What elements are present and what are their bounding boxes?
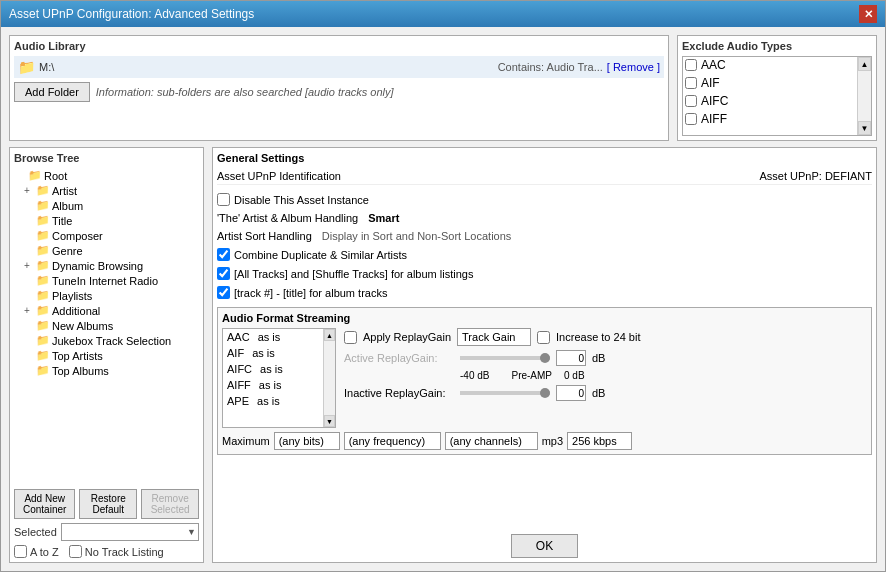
- top-albums-folder-icon: 📁: [36, 364, 50, 377]
- af-codec-aifc: AIFC: [227, 363, 252, 375]
- artist-sort-value: Display in Sort and Non-Sort Locations: [322, 230, 512, 242]
- all-tracks-label: [All Tracks] and [Shuffle Tracks] for al…: [234, 268, 473, 280]
- artist-sort-label: Artist Sort Handling: [217, 230, 312, 242]
- tree-label-root: Root: [44, 170, 67, 182]
- disable-label: Disable This Asset Instance: [234, 194, 369, 206]
- audio-format-title: Audio Format Streaming: [222, 312, 867, 324]
- af-item-ape[interactable]: APE as is: [223, 393, 323, 409]
- tree-item-playlists[interactable]: 📁 Playlists: [14, 288, 199, 303]
- active-replaygain-input[interactable]: [556, 350, 586, 366]
- the-artist-label: 'The' Artist & Album Handling: [217, 212, 358, 224]
- exclude-scrollbar[interactable]: ▲ ▼: [857, 57, 871, 135]
- tree-item-new-albums[interactable]: 📁 New Albums: [14, 318, 199, 333]
- disable-row: Disable This Asset Instance: [217, 191, 872, 208]
- bottom-section: Browse Tree 📁 Root + 📁 Artist: [9, 147, 877, 563]
- tree-label-album: Album: [52, 200, 83, 212]
- tree-item-album[interactable]: 📁 Album: [14, 198, 199, 213]
- tree-container[interactable]: 📁 Root + 📁 Artist 📁 Album: [14, 168, 199, 485]
- remove-link[interactable]: [ Remove ]: [607, 61, 660, 73]
- af-codec-aac: AAC: [227, 331, 250, 343]
- tree-item-root[interactable]: 📁 Root: [14, 168, 199, 183]
- ok-button[interactable]: OK: [511, 534, 578, 558]
- new-albums-folder-icon: 📁: [36, 319, 50, 332]
- no-track-text: No Track Listing: [85, 546, 164, 558]
- tree-item-top-artists[interactable]: 📁 Top Artists: [14, 348, 199, 363]
- info-text: Information: sub-folders are also search…: [96, 86, 394, 98]
- add-container-button[interactable]: Add New Container: [14, 489, 75, 519]
- inactive-replaygain-input[interactable]: [556, 385, 586, 401]
- no-track-label[interactable]: No Track Listing: [69, 545, 164, 558]
- restore-default-button[interactable]: Restore Default: [79, 489, 137, 519]
- exclude-checkbox-aac[interactable]: [685, 59, 697, 71]
- selected-input[interactable]: [61, 523, 199, 541]
- active-replaygain-label: Active ReplayGain:: [344, 352, 454, 364]
- tree-item-jukebox[interactable]: 📁 Jukebox Track Selection: [14, 333, 199, 348]
- af-codec-aif: AIF: [227, 347, 244, 359]
- composer-folder-icon: 📁: [36, 229, 50, 242]
- af-mode-aifc: as is: [260, 363, 283, 375]
- track-num-checkbox[interactable]: [217, 286, 230, 299]
- tree-item-composer[interactable]: 📁 Composer: [14, 228, 199, 243]
- af-item-aif[interactable]: AIF as is: [223, 345, 323, 361]
- main-window: Asset UPnP Configuration: Advanced Setti…: [0, 0, 886, 572]
- no-track-checkbox[interactable]: [69, 545, 82, 558]
- max-bits-select[interactable]: (any bits): [274, 432, 340, 450]
- all-tracks-checkbox[interactable]: [217, 267, 230, 280]
- exclude-label-aac: AAC: [701, 58, 726, 72]
- af-codec-aiff: AIFF: [227, 379, 251, 391]
- tree-item-genre[interactable]: 📁 Genre: [14, 243, 199, 258]
- exclude-checkbox-aiff[interactable]: [685, 113, 697, 125]
- identification-label: Asset UPnP Identification: [217, 170, 341, 182]
- combine-label: Combine Duplicate & Similar Artists: [234, 249, 407, 261]
- a-to-z-checkbox[interactable]: [14, 545, 27, 558]
- active-replaygain-slider[interactable]: [460, 356, 550, 360]
- close-button[interactable]: ✕: [859, 5, 877, 23]
- af-content: AAC as is AIF as is AIFC: [222, 328, 867, 428]
- tree-label-composer: Composer: [52, 230, 103, 242]
- tree-item-top-albums[interactable]: 📁 Top Albums: [14, 363, 199, 378]
- tree-label-artist: Artist: [52, 185, 77, 197]
- af-item-aifc[interactable]: AIFC as is: [223, 361, 323, 377]
- increase-24bit-checkbox[interactable]: [537, 331, 550, 344]
- combine-row: Combine Duplicate & Similar Artists: [217, 246, 872, 263]
- exclude-checkbox-aifc[interactable]: [685, 95, 697, 107]
- af-controls: Apply ReplayGain Track Gain Increase to …: [344, 328, 867, 428]
- max-channels-select[interactable]: (any channels): [445, 432, 538, 450]
- af-codec-list[interactable]: AAC as is AIF as is AIFC: [223, 329, 323, 427]
- exclude-label-aifc: AIFC: [701, 94, 728, 108]
- scroll-up-arrow[interactable]: ▲: [858, 57, 871, 71]
- af-scroll-up[interactable]: ▲: [324, 329, 335, 341]
- af-mode-ape: as is: [257, 395, 280, 407]
- combine-checkbox[interactable]: [217, 248, 230, 261]
- audio-format-section: Audio Format Streaming AAC as is: [217, 307, 872, 455]
- tree-item-dynamic[interactable]: + 📁 Dynamic Browsing: [14, 258, 199, 273]
- general-settings-panel: General Settings Asset UPnP Identificati…: [212, 147, 877, 563]
- tree-label-new-albums: New Albums: [52, 320, 113, 332]
- add-folder-button[interactable]: Add Folder: [14, 82, 90, 102]
- af-item-aiff[interactable]: AIFF as is: [223, 377, 323, 393]
- tree-item-artist[interactable]: + 📁 Artist: [14, 183, 199, 198]
- disable-checkbox[interactable]: [217, 193, 230, 206]
- af-scroll-down[interactable]: ▼: [324, 415, 335, 427]
- inactive-replaygain-slider[interactable]: [460, 391, 550, 395]
- mp3-bitrate-select[interactable]: 256 kbps: [567, 432, 632, 450]
- tree-item-title[interactable]: 📁 Title: [14, 213, 199, 228]
- tree-item-tunein[interactable]: 📁 TuneIn Internet Radio: [14, 273, 199, 288]
- root-folder-icon: 📁: [28, 169, 42, 182]
- exclude-item-aif: AIF: [683, 75, 857, 91]
- tree-item-additional[interactable]: + 📁 Additional: [14, 303, 199, 318]
- a-to-z-label[interactable]: A to Z: [14, 545, 59, 558]
- af-item-aac[interactable]: AAC as is: [223, 329, 323, 345]
- apply-replaygain-checkbox[interactable]: [344, 331, 357, 344]
- af-list-scrollbar[interactable]: ▲ ▼: [323, 329, 335, 427]
- remove-selected-button[interactable]: Remove Selected: [141, 489, 199, 519]
- scroll-down-arrow[interactable]: ▼: [858, 121, 871, 135]
- folder-path: M:\: [39, 61, 494, 73]
- apply-replaygain-label: Apply ReplayGain: [363, 331, 451, 343]
- selected-row: Selected ▼: [14, 523, 199, 541]
- max-freq-select[interactable]: (any frequency): [344, 432, 441, 450]
- selected-dropdown-arrow: ▼: [187, 527, 196, 537]
- replaygain-mode-select[interactable]: Track Gain: [457, 328, 531, 346]
- track-num-row: [track #] - [title] for album tracks: [217, 284, 872, 301]
- exclude-checkbox-aif[interactable]: [685, 77, 697, 89]
